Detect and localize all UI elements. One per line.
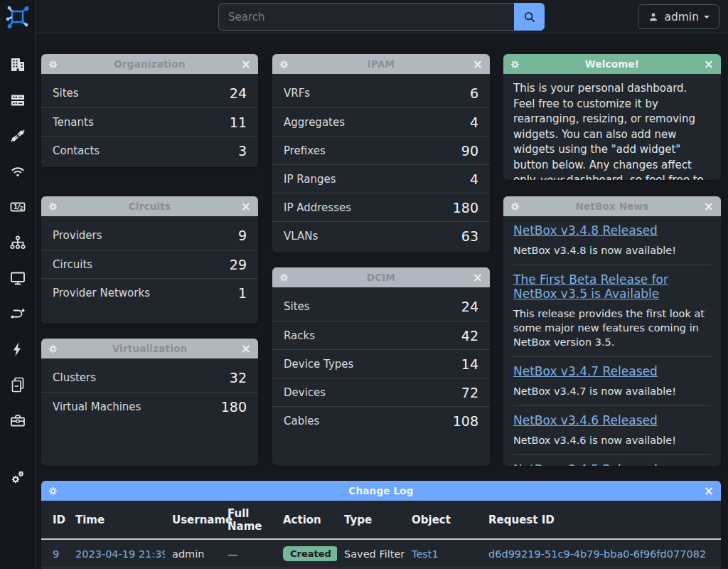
widget-title: Circuits <box>63 201 237 212</box>
gear-icon[interactable] <box>48 60 63 69</box>
news-item-title-link[interactable]: NetBox v3.4.7 Released <box>513 364 658 378</box>
stat-value: 24 <box>461 299 478 314</box>
close-icon[interactable]: × <box>700 201 714 213</box>
stat-value: 4 <box>470 171 478 187</box>
widget-netbox-news: NetBox News × NetBox v3.4.8 Released Net… <box>503 196 721 466</box>
operations-icon[interactable] <box>9 469 26 486</box>
stat-row: Aggregates 4 <box>272 107 490 136</box>
widget-ipam: IPAM × VRFs 6 Aggregates 4 Prefixes 90 I… <box>272 54 490 252</box>
dcim-icon[interactable] <box>9 92 26 109</box>
connections-icon[interactable] <box>9 127 26 144</box>
search-button[interactable] <box>514 3 545 31</box>
stat-row: Device Types 14 <box>272 349 490 378</box>
user-menu-button[interactable]: admin <box>638 4 719 29</box>
stat-row: Providers 9 <box>41 221 258 250</box>
stat-label: Circuits <box>53 258 92 271</box>
overlay-icon[interactable] <box>9 234 26 251</box>
sidebar: 1 2 <box>0 0 36 569</box>
welcome-text-italic: your <box>540 174 564 180</box>
widget-title: NetBox News <box>525 201 700 212</box>
close-icon[interactable]: × <box>700 485 714 497</box>
request_id-link[interactable]: d6d99219-51c9-4b79-bba0-6f96fd077082 <box>488 548 706 560</box>
stat-row: Contacts 3 <box>41 136 258 164</box>
object-link[interactable]: Test1 <box>412 548 439 560</box>
gear-icon[interactable] <box>510 60 525 69</box>
widget-header: NetBox News × <box>503 196 721 216</box>
stat-row: Circuits 29 <box>41 250 258 278</box>
svg-text:1: 1 <box>14 203 18 211</box>
news-item: NetBox v3.4.5 Released <box>513 454 711 466</box>
stat-value: 4 <box>470 115 478 130</box>
stat-row: Sites 24 <box>41 79 258 107</box>
cell-type: Saved Filter <box>337 539 405 568</box>
news-item: NetBox v3.4.8 Released NetBox v3.4.8 is … <box>513 216 711 265</box>
changelog-table-body: 92023-04-19 21:39admin—CreatedSaved Filt… <box>41 539 721 569</box>
news-item-title-link[interactable]: The First Beta Release for NetBox v3.5 i… <box>513 272 711 301</box>
column-header: Object <box>405 501 481 539</box>
sidebar-nav: 1 2 <box>0 56 35 504</box>
widget-header: Virtualization × <box>41 339 258 358</box>
news-item-title-link[interactable]: NetBox v3.4.6 Released <box>513 413 658 427</box>
close-icon[interactable]: × <box>237 343 251 355</box>
stat-row: Clusters 32 <box>41 363 258 392</box>
gear-icon[interactable] <box>510 202 525 211</box>
cell-id: 9 <box>41 539 68 568</box>
widget-change-log: Change Log × IDTimeUsernameFull NameActi… <box>41 481 721 569</box>
stat-row: Devices 72 <box>272 378 490 406</box>
widget-header: Welcome! × <box>503 54 721 74</box>
gear-icon[interactable] <box>279 273 294 282</box>
id-link[interactable]: 9 <box>53 548 59 560</box>
gear-icon[interactable] <box>279 60 294 69</box>
time-link[interactable]: 2023-04-19 21:39 <box>75 548 165 560</box>
news-item: The First Beta Release for NetBox v3.5 i… <box>513 265 711 356</box>
close-icon[interactable]: × <box>469 58 483 70</box>
stat-label: VLANs <box>284 230 318 243</box>
stat-label: Tenants <box>53 116 94 129</box>
stat-label: Virtual Machines <box>53 400 141 413</box>
news-item-title-link[interactable]: NetBox v3.4.8 Released <box>513 223 658 238</box>
close-icon[interactable]: × <box>237 58 251 70</box>
widget-header: Organization × <box>41 54 258 74</box>
ipam-icon[interactable]: 1 2 <box>9 198 26 216</box>
widget-body: Sites 24 Racks 42 Device Types 14 Device… <box>272 287 490 437</box>
widget-title: Welcome! <box>525 58 700 70</box>
stat-value: 1 <box>238 285 247 301</box>
close-icon[interactable]: × <box>469 272 483 284</box>
search-input[interactable] <box>218 3 514 31</box>
user-icon <box>648 11 659 23</box>
stat-row: IP Ranges 4 <box>272 164 490 193</box>
news-item-desc: NetBox v3.4.8 is now available! <box>513 243 711 257</box>
close-icon[interactable]: × <box>700 58 714 70</box>
widget-title: Change Log <box>63 485 700 496</box>
circuits-icon[interactable] <box>9 305 26 322</box>
organization-icon[interactable] <box>9 56 26 73</box>
customization-icon[interactable] <box>9 412 26 429</box>
table-row: 92023-04-19 21:39admin—CreatedSaved Filt… <box>41 539 721 568</box>
gear-icon[interactable] <box>48 202 63 211</box>
column-header: Full Name <box>220 501 276 539</box>
gear-icon[interactable] <box>48 486 63 496</box>
news-item-title-link[interactable]: NetBox v3.4.5 Released <box>513 462 658 466</box>
netbox-logo[interactable] <box>0 0 35 33</box>
gear-icon[interactable] <box>48 344 63 353</box>
widget-header: Circuits × <box>41 196 258 216</box>
provisioning-icon[interactable] <box>9 376 26 393</box>
wireless-icon[interactable] <box>9 163 26 180</box>
column-header: Username <box>165 501 220 539</box>
power-icon[interactable] <box>9 341 26 358</box>
stat-label: Sites <box>53 87 79 100</box>
user-menu-label: admin <box>664 11 699 23</box>
stat-label: Device Types <box>284 358 353 371</box>
widget-body: VRFs 6 Aggregates 4 Prefixes 90 IP Range… <box>272 74 490 252</box>
widget-header: IPAM × <box>272 54 490 74</box>
stat-label: Cables <box>284 415 319 427</box>
stat-row: Cables 108 <box>272 406 490 435</box>
stat-value: 180 <box>453 200 478 216</box>
stat-label: Prefixes <box>284 144 326 157</box>
stat-value: 63 <box>461 228 478 244</box>
close-icon[interactable]: × <box>237 201 251 213</box>
virtualization-icon[interactable] <box>9 270 26 287</box>
netbox-logo-icon <box>4 4 31 31</box>
stat-value: 42 <box>461 328 478 344</box>
news-item-desc: This release provides the first look at … <box>513 307 711 349</box>
